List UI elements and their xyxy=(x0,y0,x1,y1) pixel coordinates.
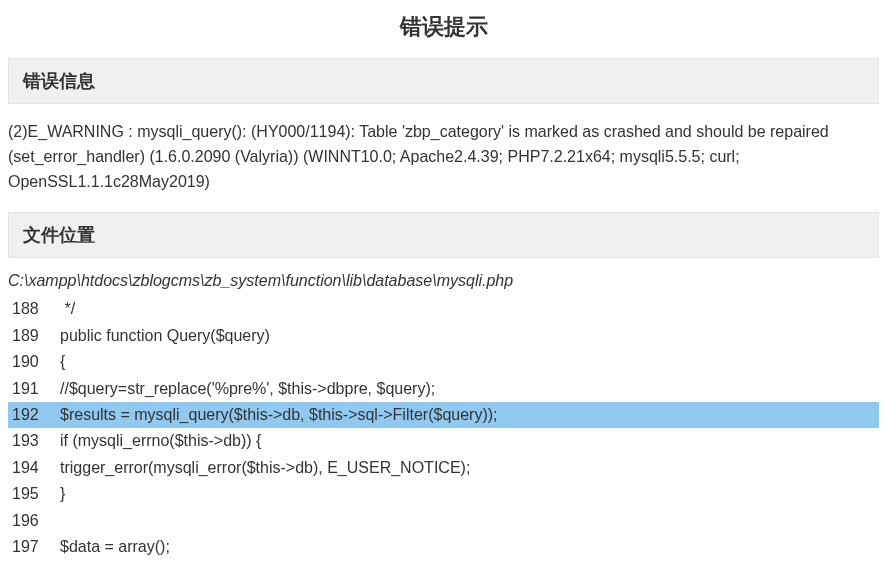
line-content: $data = array(); xyxy=(60,534,879,560)
code-line: 189public function Query($query) xyxy=(8,323,879,349)
error-message: (2)E_WARNING : mysqli_query(): (HY000/11… xyxy=(0,104,887,212)
line-content: if (mysqli_errno($this->db)) { xyxy=(60,428,879,454)
code-line: 194trigger_error(mysqli_error($this->db)… xyxy=(8,455,879,481)
line-number: 194 xyxy=(8,455,60,481)
code-line: 193if (mysqli_errno($this->db)) { xyxy=(8,428,879,454)
line-number: 196 xyxy=(8,508,60,534)
line-number: 188 xyxy=(8,296,60,322)
error-info-header: 错误信息 xyxy=(8,58,879,104)
line-content xyxy=(60,508,879,534)
code-line: 188 */ xyxy=(8,296,879,322)
line-content: trigger_error(mysqli_error($this->db), E… xyxy=(60,455,879,481)
file-path: C:\xampp\htdocs\zblogcms\zb_system\funct… xyxy=(0,258,887,296)
code-line: 192$results = mysqli_query($this->db, $t… xyxy=(8,402,879,428)
line-number: 191 xyxy=(8,376,60,402)
file-location-header: 文件位置 xyxy=(8,212,879,258)
code-line: 195} xyxy=(8,481,879,507)
line-content: public function Query($query) xyxy=(60,323,879,349)
line-number: 193 xyxy=(8,428,60,454)
line-number: 197 xyxy=(8,534,60,560)
code-line: 190{ xyxy=(8,349,879,375)
line-content: */ xyxy=(60,296,879,322)
line-content: $results = mysqli_query($this->db, $this… xyxy=(60,402,879,428)
line-number: 189 xyxy=(8,323,60,349)
code-line: 196 xyxy=(8,508,879,534)
line-content: //$query=str_replace('%pre%', $this->dbp… xyxy=(60,376,879,402)
code-block: 188 */189public function Query($query)19… xyxy=(0,296,887,560)
page-title: 错误提示 xyxy=(0,0,887,58)
line-number: 190 xyxy=(8,349,60,375)
line-number: 195 xyxy=(8,481,60,507)
code-line: 197$data = array(); xyxy=(8,534,879,560)
line-content: { xyxy=(60,349,879,375)
code-line: 191//$query=str_replace('%pre%', $this->… xyxy=(8,376,879,402)
line-content: } xyxy=(60,481,879,507)
line-number: 192 xyxy=(8,402,60,428)
